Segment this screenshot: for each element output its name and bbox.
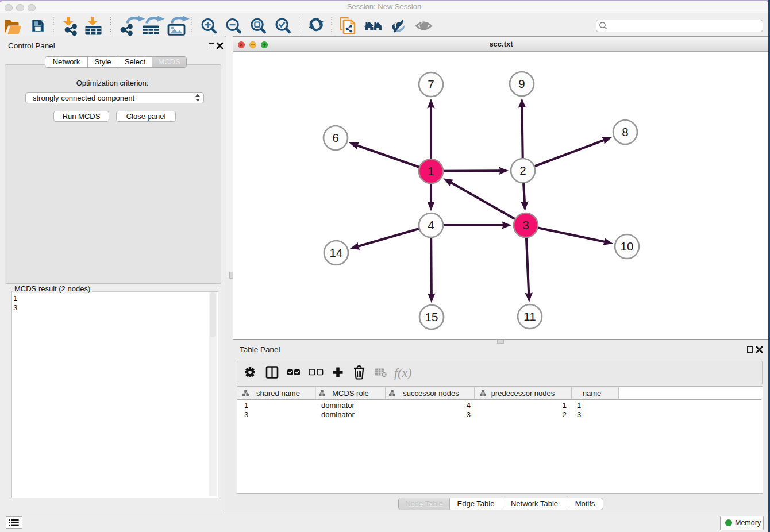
svg-text:dominator: dominator	[321, 410, 355, 419]
svg-text:3: 3	[522, 218, 529, 232]
svg-text:dominator: dominator	[321, 401, 355, 410]
svg-text:2: 2	[519, 164, 526, 177]
svg-text:11: 11	[523, 310, 536, 323]
svg-text:4: 4	[467, 401, 471, 410]
svg-text:7: 7	[428, 78, 434, 91]
svg-text:f(x): f(x)	[394, 365, 412, 380]
svg-text:shared name: shared name	[256, 389, 300, 398]
svg-text:MCDS role: MCDS role	[332, 389, 369, 398]
svg-text:3: 3	[577, 410, 581, 419]
svg-text:1: 1	[244, 401, 248, 410]
svg-text:8: 8	[622, 125, 628, 138]
svg-text:3: 3	[244, 410, 248, 419]
svg-text:successor nodes: successor nodes	[403, 389, 459, 398]
svg-text:3: 3	[467, 410, 471, 419]
svg-text:predecessor nodes: predecessor nodes	[491, 389, 555, 398]
svg-text:name: name	[583, 389, 602, 398]
svg-text:14: 14	[330, 246, 343, 259]
svg-text:1: 1	[428, 164, 434, 178]
svg-text:10: 10	[621, 240, 634, 253]
svg-text:9: 9	[518, 77, 525, 90]
svg-text:4: 4	[428, 218, 434, 232]
svg-text:6: 6	[332, 131, 338, 144]
svg-text:1: 1	[577, 401, 581, 410]
svg-text:15: 15	[425, 310, 438, 323]
svg-text:1: 1	[563, 401, 567, 410]
svg-text:2: 2	[563, 410, 567, 419]
